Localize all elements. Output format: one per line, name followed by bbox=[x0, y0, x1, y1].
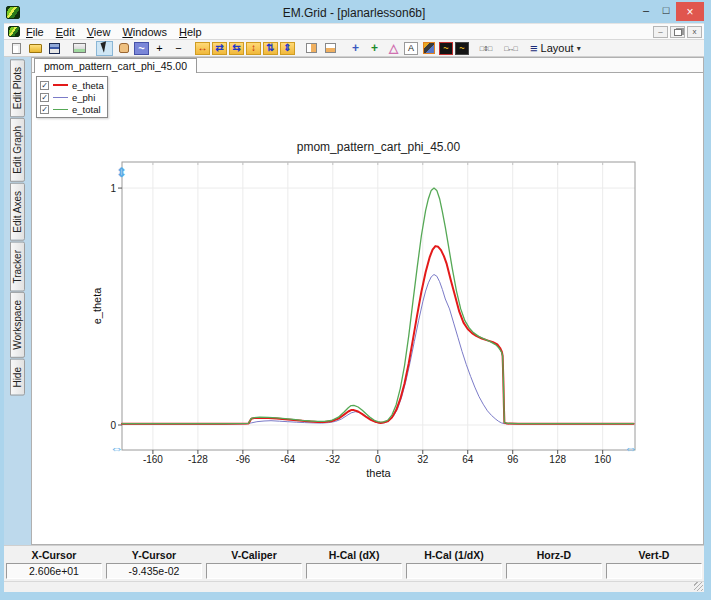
palette-button[interactable] bbox=[420, 41, 437, 56]
document-panel: pmom_pattern_cart_phi_45.00 ✓e_theta✓e_p… bbox=[31, 57, 704, 545]
minimize-button[interactable]: – bbox=[636, 2, 656, 18]
mdi-close-button[interactable]: x bbox=[687, 26, 702, 38]
split-vertical-button[interactable] bbox=[303, 41, 320, 56]
save-icon bbox=[49, 43, 60, 54]
status-header: H-Cal (1/dX) bbox=[404, 548, 504, 563]
sidebar-tab-hide[interactable]: Hide bbox=[10, 359, 25, 396]
resize-grip-icon[interactable] bbox=[694, 582, 703, 591]
sidebar-tab-edit-graph[interactable]: Edit Graph bbox=[10, 118, 25, 182]
legend-label: e_theta bbox=[72, 80, 104, 91]
status-column: V-Caliper bbox=[204, 548, 304, 581]
legend-label: e_total bbox=[72, 104, 101, 115]
legend-item-e_theta[interactable]: ✓e_theta bbox=[40, 79, 104, 91]
status-column: Vert-D bbox=[604, 548, 704, 581]
text-annotation-button[interactable]: A bbox=[404, 42, 418, 55]
cursor-readout-bar: X-Cursor2.606e+01Y-Cursor-9.435e-02V-Cal… bbox=[4, 545, 704, 581]
sidebar-tab-workspace[interactable]: Workspace bbox=[10, 292, 25, 358]
curve-style-red-button[interactable]: ~ bbox=[439, 42, 453, 55]
y-axis-label: e_theta bbox=[91, 276, 103, 336]
checkbox[interactable]: ✓ bbox=[40, 81, 49, 90]
menu-bar: FileEditViewWindowsHelp – x bbox=[4, 23, 704, 40]
menu-help[interactable]: Help bbox=[173, 25, 208, 39]
toolbar: ~+−↔⇄⇆↕⇅⇕++△A~~□⇕□□↔□≡Layout▾ bbox=[4, 40, 704, 57]
maximize-button[interactable]: □ bbox=[656, 2, 676, 18]
svg-text:0: 0 bbox=[375, 454, 381, 465]
axis-handle-bottom-right-icon[interactable]: ⇔ bbox=[624, 441, 637, 456]
plot-canvas[interactable]: ✓e_theta✓e_phi✓e_total pmom_pattern_cart… bbox=[32, 73, 703, 544]
print-button[interactable] bbox=[71, 41, 88, 56]
select-tool-button[interactable] bbox=[96, 41, 113, 56]
crosshair-button[interactable]: + bbox=[347, 41, 364, 56]
curve-style-button[interactable]: ~ bbox=[455, 42, 469, 55]
legend-label: e_phi bbox=[72, 92, 95, 103]
close-button[interactable]: × bbox=[676, 2, 704, 21]
status-header: X-Cursor bbox=[4, 548, 104, 563]
compress-x-button[interactable]: ⇄ bbox=[212, 42, 227, 55]
palette-icon bbox=[423, 42, 435, 54]
status-value: 2.606e+01 bbox=[6, 563, 102, 579]
status-value bbox=[206, 563, 302, 579]
zoom-in-button[interactable]: + bbox=[151, 41, 168, 56]
open-file-button[interactable] bbox=[27, 41, 44, 56]
select-tool-icon bbox=[100, 41, 109, 52]
expand-x-button[interactable]: ↔ bbox=[195, 42, 210, 55]
document-tab-label: pmom_pattern_cart_phi_45.00 bbox=[44, 60, 187, 72]
fit-y-button[interactable]: ⇕ bbox=[280, 42, 295, 55]
document-logo-icon bbox=[8, 26, 20, 37]
menu-edit[interactable]: Edit bbox=[50, 25, 81, 39]
plot-select-button[interactable]: ~ bbox=[134, 42, 149, 55]
menu-file[interactable]: File bbox=[20, 25, 50, 39]
status-value bbox=[406, 563, 502, 579]
status-header: Horz-D bbox=[504, 548, 604, 563]
document-tab[interactable]: pmom_pattern_cart_phi_45.00 bbox=[34, 58, 197, 73]
legend-item-e_phi[interactable]: ✓e_phi bbox=[40, 91, 104, 103]
axis-handle-bottom-left-icon[interactable]: ⇔ bbox=[110, 441, 123, 456]
menu-windows[interactable]: Windows bbox=[116, 25, 173, 39]
svg-text:64: 64 bbox=[462, 454, 474, 465]
axis-handle-top-left-icon[interactable]: ⇕ bbox=[116, 165, 127, 180]
status-column: X-Cursor2.606e+01 bbox=[4, 548, 104, 581]
sidebar-tab-edit-axes[interactable]: Edit Axes bbox=[10, 183, 25, 241]
print-icon bbox=[73, 43, 86, 53]
status-column: H-Cal (dX) bbox=[304, 548, 404, 581]
sidebar-tab-edit-plots[interactable]: Edit Plots bbox=[10, 59, 25, 117]
status-header: Y-Cursor bbox=[104, 548, 204, 563]
app-window: EM.Grid - [planarlesson6b] – □ × FileEdi… bbox=[0, 0, 711, 600]
zoom-out-button[interactable]: − bbox=[170, 41, 187, 56]
document-tab-bar: pmom_pattern_cart_phi_45.00 bbox=[32, 58, 703, 73]
layout-button[interactable]: ≡Layout▾ bbox=[525, 41, 586, 56]
layout-bars-icon: ≡ bbox=[530, 41, 538, 56]
link-x-axes-button[interactable]: □↔□ bbox=[502, 41, 519, 56]
fit-x-button[interactable]: ⇆ bbox=[229, 42, 244, 55]
status-value: -9.435e-02 bbox=[106, 563, 202, 579]
legend-line-sample bbox=[53, 97, 68, 98]
status-strip bbox=[4, 581, 704, 592]
tracker-button[interactable]: + bbox=[366, 41, 383, 56]
split-horizontal-button[interactable] bbox=[322, 41, 339, 56]
status-column: H-Cal (1/dX) bbox=[404, 548, 504, 581]
caliper-button[interactable]: △ bbox=[385, 41, 402, 56]
main-area: Edit PlotsEdit GraphEdit AxesTrackerWork… bbox=[4, 57, 704, 545]
svg-text:-32: -32 bbox=[326, 454, 341, 465]
menu-view[interactable]: View bbox=[81, 25, 117, 39]
pan-tool-button[interactable] bbox=[115, 41, 132, 56]
svg-text:160: 160 bbox=[594, 454, 611, 465]
window-title: EM.Grid - [planarlesson6b] bbox=[4, 6, 704, 20]
open-file-icon bbox=[29, 44, 42, 53]
checkbox[interactable]: ✓ bbox=[40, 105, 49, 114]
checkbox[interactable]: ✓ bbox=[40, 93, 49, 102]
caption-buttons: – □ × bbox=[636, 2, 704, 21]
status-column: Horz-D bbox=[504, 548, 604, 581]
compress-y-button[interactable]: ⇅ bbox=[263, 42, 278, 55]
svg-text:0: 0 bbox=[110, 420, 116, 431]
link-y-axes-button[interactable]: □⇕□ bbox=[477, 41, 494, 56]
sidebar-tab-tracker[interactable]: Tracker bbox=[10, 242, 25, 292]
expand-y-button[interactable]: ↕ bbox=[246, 42, 261, 55]
save-button[interactable] bbox=[46, 41, 63, 56]
legend-item-e_total[interactable]: ✓e_total bbox=[40, 103, 104, 115]
new-file-button[interactable] bbox=[8, 41, 25, 56]
mdi-minimize-button[interactable]: – bbox=[653, 26, 668, 38]
status-header: Vert-D bbox=[604, 548, 704, 563]
svg-text:128: 128 bbox=[549, 454, 566, 465]
mdi-restore-button[interactable] bbox=[670, 26, 685, 38]
